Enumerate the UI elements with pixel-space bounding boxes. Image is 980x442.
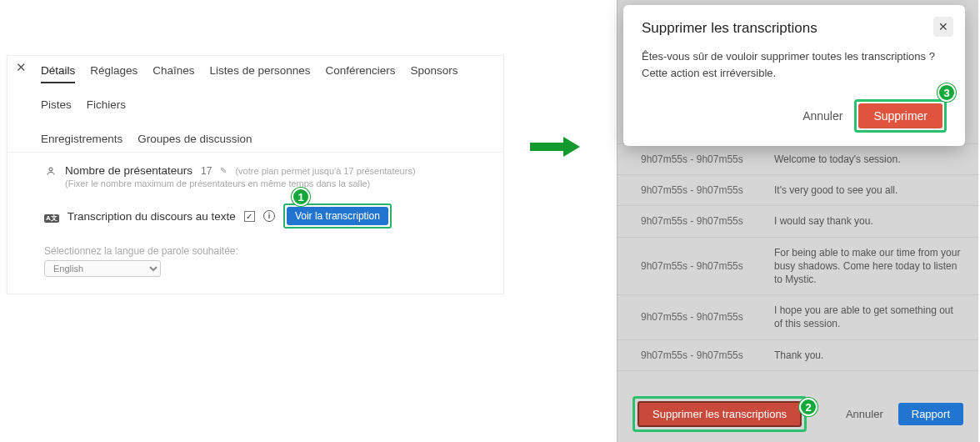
language-select[interactable]: English <box>44 260 161 277</box>
table-row: 9h07m55s - 9h07m55s For being able to ma… <box>618 237 978 295</box>
presenters-subhint: (Fixer le nombre maximum de présentateur… <box>65 178 467 188</box>
confirm-delete-modal: ✕ Supprimer les transcriptions Êtes-vous… <box>623 5 965 146</box>
info-icon[interactable]: i <box>263 210 275 222</box>
presenters-label: Nombre de présentateurs <box>65 164 192 177</box>
tab-conferenciers[interactable]: Conférenciers <box>325 64 395 83</box>
transcript-text: I hope you are able to get something out… <box>774 304 963 330</box>
view-transcription-button[interactable]: Voir la transcription <box>287 207 388 225</box>
transcript-text: Thank you. <box>774 349 963 362</box>
tab-chaines[interactable]: Chaînes <box>152 64 194 83</box>
callout-2: 2 <box>799 398 818 416</box>
transcript-time: 9h07m55s - 9h07m55s <box>641 215 774 227</box>
modal-cancel-button[interactable]: Annuler <box>802 109 842 123</box>
modal-title: Supprimer les transcriptions <box>642 20 947 37</box>
edit-icon[interactable]: ✎ <box>220 166 227 175</box>
person-icon <box>44 166 57 176</box>
tab-reglages[interactable]: Réglages <box>90 64 138 83</box>
language-icon: A文 <box>44 210 59 223</box>
callout-1: 1 <box>292 188 310 206</box>
transcript-time: 9h07m55s - 9h07m55s <box>641 311 774 323</box>
tab-groupes[interactable]: Groupes de discussion <box>138 133 252 150</box>
close-icon[interactable]: ✕ <box>933 17 953 37</box>
delete-transcriptions-highlight: Supprimer les transcriptions <box>632 396 807 432</box>
transcript-text: It's very good to see you all. <box>774 183 963 197</box>
transcription-checkbox[interactable]: ✓ <box>244 211 255 222</box>
table-row: 9h07m55s - 9h07m55s It's very good to se… <box>618 174 978 205</box>
tab-fichiers[interactable]: Fichiers <box>87 98 126 116</box>
svg-point-0 <box>49 168 52 171</box>
close-icon[interactable]: ✕ <box>16 61 27 73</box>
transcript-text: I would say thank you. <box>774 214 963 228</box>
tab-bar: Détails Réglages Chaînes Listes de perso… <box>8 56 503 153</box>
transcript-time: 9h07m55s - 9h07m55s <box>641 153 774 165</box>
tab-pistes[interactable]: Pistes <box>41 98 72 116</box>
table-row: 9h07m55s - 9h07m55s Thank you. <box>618 339 978 371</box>
tab-details[interactable]: Détails <box>41 64 75 83</box>
presenters-hint: (votre plan permet jusqu'à 17 présentate… <box>235 166 415 176</box>
delete-transcriptions-button[interactable]: Supprimer les transcriptions <box>638 401 802 427</box>
modal-confirm-button[interactable]: Supprimer <box>858 103 942 128</box>
transcript-text: For being able to make our time from you… <box>774 246 963 287</box>
transcript-actions: Supprimer les transcriptions Annuler Rap… <box>618 396 978 432</box>
presenters-count: 17 <box>201 165 212 177</box>
language-select-label: Sélectionnez la langue de parole souhait… <box>44 245 503 257</box>
modal-line2: Cette action est irréversible. <box>642 65 947 82</box>
view-transcription-highlight: Voir la transcription <box>283 203 392 229</box>
table-row: 9h07m55s - 9h07m55s I hope you are able … <box>618 294 978 339</box>
tab-enregistrements[interactable]: Enregistrements <box>41 133 122 150</box>
transcript-text: Welcome to today's session. <box>774 153 963 166</box>
table-row: 9h07m55s - 9h07m55s I would say thank yo… <box>618 205 978 236</box>
flow-arrow-icon <box>530 137 582 157</box>
report-button[interactable]: Rapport <box>898 403 963 425</box>
transcript-time: 9h07m55s - 9h07m55s <box>641 349 774 361</box>
transcription-label: Transcription du discours au texte <box>68 210 236 223</box>
transcript-time: 9h07m55s - 9h07m55s <box>641 260 774 272</box>
transcript-time: 9h07m55s - 9h07m55s <box>641 184 774 196</box>
modal-line1: Êtes-vous sûr de vouloir supprimer toute… <box>642 48 947 65</box>
table-row: 9h07m55s - 9h07m55s Welcome to today's s… <box>618 143 978 174</box>
callout-3: 3 <box>938 83 956 102</box>
transcript-list: 9h07m55s - 9h07m55s Welcome to today's s… <box>618 143 978 371</box>
cancel-link[interactable]: Annuler <box>846 408 883 420</box>
tab-sponsors[interactable]: Sponsors <box>410 64 458 83</box>
presenters-section: Nombre de présentateurs 17 ✎ (votre plan… <box>8 153 503 234</box>
modal-confirm-highlight: Supprimer <box>854 99 947 133</box>
tab-listes[interactable]: Listes de personnes <box>210 64 311 83</box>
settings-panel: ✕ Détails Réglages Chaînes Listes de per… <box>7 55 504 294</box>
